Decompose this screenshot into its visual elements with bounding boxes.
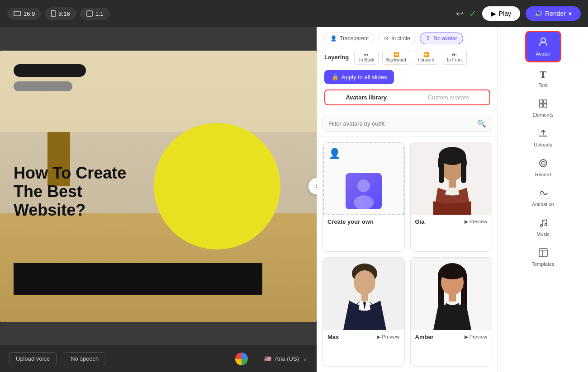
- ratio-9-16-button[interactable]: 9:16: [45, 7, 76, 20]
- svg-point-22: [439, 265, 466, 279]
- apply-label: Apply to all slides: [341, 74, 387, 80]
- in-circle-button[interactable]: ⊙ In circle: [378, 33, 416, 44]
- animation-label: Animation: [532, 202, 554, 207]
- panel-item-music[interactable]: Music: [525, 213, 561, 241]
- svg-rect-2: [87, 11, 92, 16]
- svg-rect-0: [14, 11, 20, 16]
- layering-row: Layering ⏮ To Back ⏪ Backward ⏩ Forward …: [324, 50, 490, 65]
- text-icon: T: [540, 69, 546, 80]
- render-button[interactable]: 🔊 Render ▾: [526, 6, 581, 21]
- svg-rect-23: [449, 293, 456, 301]
- amber-preview-button[interactable]: ▶ Preview: [465, 334, 487, 340]
- svg-point-4: [357, 179, 370, 192]
- middle-panel: 👤 Transparent ⊙ In circle 🎙 No avatar La…: [317, 27, 498, 372]
- ratio-1-1-button[interactable]: 1:1: [80, 8, 110, 20]
- max-card[interactable]: 👤: [322, 257, 405, 367]
- svg-point-28: [545, 224, 547, 226]
- gia-card[interactable]: 👤: [410, 142, 493, 252]
- panel-item-templates[interactable]: Templates: [525, 243, 561, 271]
- tab-library-button[interactable]: Avatars library: [325, 90, 408, 104]
- backward-button[interactable]: ⏪ Backward: [382, 50, 410, 65]
- avatars-grid: 👤 + Create your own: [317, 137, 498, 372]
- transparent-button[interactable]: 👤 Transparent: [324, 33, 375, 44]
- upload-voice-button[interactable]: Upload voice: [9, 352, 57, 365]
- play-icon: ▶: [491, 10, 496, 17]
- office-window-light: [0, 51, 317, 132]
- in-circle-icon: ⊙: [384, 35, 389, 42]
- avatar-search-input[interactable]: [328, 120, 477, 127]
- mic-icon: 🎙: [426, 35, 431, 42]
- gia-name: Gia: [415, 218, 425, 225]
- backward-label: Backward: [386, 57, 406, 62]
- check-icon: ✓: [469, 8, 477, 19]
- speaker-icon: 🔊: [535, 10, 542, 17]
- redacted-bar-2: [14, 81, 72, 91]
- record-icon: [538, 158, 548, 170]
- tab-custom-button[interactable]: Custom avatars: [408, 90, 490, 104]
- apply-to-all-button[interactable]: 🔒 Apply to all slides: [324, 70, 394, 84]
- amber-image: 👤: [411, 258, 492, 330]
- music-icon: [538, 218, 548, 230]
- ratio-9-16-label: 9:16: [58, 10, 70, 17]
- slide-heading: How To CreateThe BestWebsite?: [14, 164, 126, 220]
- svg-point-5: [354, 195, 374, 209]
- elements-icon: [538, 99, 548, 110]
- gia-preview-button[interactable]: ▶ Preview: [465, 219, 487, 225]
- ratio-16-9-label: 16:9: [24, 10, 35, 17]
- ratio-16-9-button[interactable]: 16:9: [7, 8, 41, 20]
- in-circle-label: In circle: [391, 35, 410, 42]
- avatar-icon: [538, 37, 548, 49]
- to-front-label: To Front: [446, 57, 463, 62]
- flag-icon: 🇺🇸: [264, 355, 271, 362]
- voice-name: Aria (US): [275, 355, 299, 362]
- max-footer: Max ▶ Preview: [323, 330, 404, 344]
- panel-top: 👤 Transparent ⊙ In circle 🎙 No avatar La…: [317, 27, 498, 111]
- no-avatar-label: No avatar: [434, 35, 457, 42]
- panel-item-uploads[interactable]: Uploads: [525, 124, 561, 152]
- render-chevron-icon: ▾: [569, 10, 572, 17]
- panel-item-avatar[interactable]: Avatar: [525, 31, 561, 62]
- max-image: 👤: [323, 258, 404, 330]
- topbar-left: 16:9 9:16 1:1: [7, 7, 110, 20]
- undo-button[interactable]: ↩: [456, 8, 464, 19]
- render-label: Render: [545, 10, 566, 17]
- create-own-card[interactable]: 👤 + Create your own: [322, 142, 405, 252]
- panel-item-elements[interactable]: Elements: [525, 94, 561, 122]
- to-back-label: To Back: [358, 57, 375, 62]
- uploads-icon: [538, 128, 548, 140]
- no-avatar-button[interactable]: 🎙 No avatar: [420, 33, 463, 44]
- svg-point-15: [354, 270, 375, 295]
- voice-selector[interactable]: 🇺🇸 Aria (US) ⌄: [264, 355, 308, 362]
- transparent-icon: 👤: [330, 35, 337, 42]
- max-preview-button[interactable]: ▶ Preview: [377, 334, 399, 340]
- svg-rect-1: [52, 10, 55, 17]
- panel-item-text[interactable]: T Text: [525, 64, 561, 92]
- to-front-button[interactable]: ⏭ To Front: [442, 50, 467, 65]
- backward-icon: ⏪: [394, 52, 399, 57]
- play-button[interactable]: ▶ Play: [482, 6, 520, 21]
- transparent-label: Transparent: [340, 35, 369, 42]
- black-bar: [14, 263, 262, 295]
- panel-item-animation[interactable]: Animation: [525, 184, 561, 212]
- forward-button[interactable]: ⏩ Forward: [414, 50, 439, 65]
- yellow-circle: [154, 123, 280, 250]
- avatar-tabs: Avatars library Custom avatars: [324, 89, 490, 105]
- layering-label: Layering: [324, 54, 349, 61]
- search-container: 🔍: [322, 116, 492, 132]
- panel-item-record[interactable]: Record: [525, 154, 561, 182]
- google-logo: [235, 353, 248, 365]
- amber-card[interactable]: 👤: [410, 257, 493, 367]
- avatar-label: Avatar: [536, 51, 550, 57]
- svg-rect-12: [449, 179, 456, 188]
- create-own-name: Create your own: [327, 218, 374, 225]
- to-back-button[interactable]: ⏮ To Back: [354, 50, 379, 65]
- elements-label: Elements: [533, 112, 554, 118]
- slide-heading-text: How To CreateThe BestWebsite?: [14, 164, 126, 220]
- search-row: 🔍: [317, 111, 498, 137]
- uploads-label: Uploads: [534, 142, 552, 147]
- no-speech-button[interactable]: No speech: [64, 352, 105, 365]
- amber-name: Amber: [415, 334, 434, 340]
- to-back-icon: ⏮: [364, 52, 369, 57]
- create-own-footer: Create your own: [323, 215, 404, 229]
- search-icon: 🔍: [477, 119, 486, 128]
